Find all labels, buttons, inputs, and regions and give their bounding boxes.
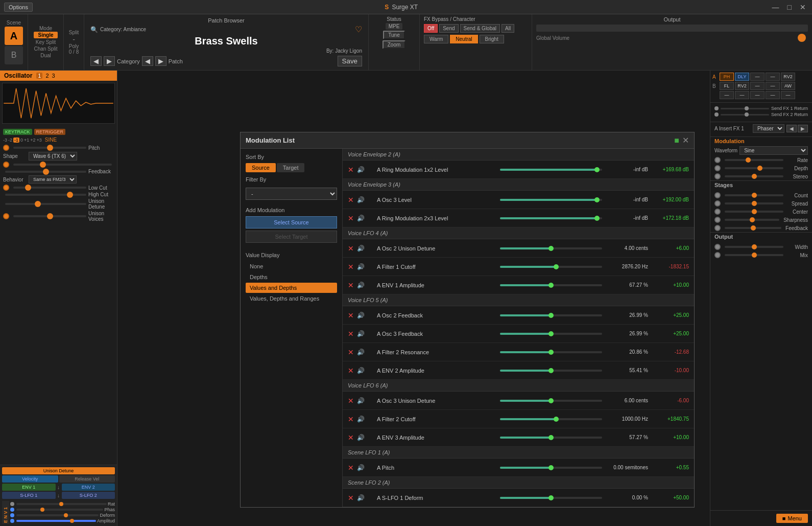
behavior-select[interactable]: Same as FM2/3: [29, 175, 77, 184]
fx-slot-dly[interactable]: DLY: [735, 73, 749, 81]
mod-remove-icon[interactable]: ✕: [348, 464, 354, 472]
mod-item-slider-knob[interactable]: [554, 417, 559, 422]
step-minus2[interactable]: -2: [8, 138, 12, 143]
rate-knob[interactable]: [714, 157, 721, 163]
mod-item-slider-track[interactable]: [500, 497, 602, 499]
mod-mute-icon[interactable]: 🔊: [357, 196, 365, 203]
mode-single[interactable]: Single: [34, 32, 57, 38]
fx-slot-a4[interactable]: —: [766, 73, 780, 81]
mod-item-slider-track[interactable]: [500, 284, 602, 286]
count-slider[interactable]: [725, 194, 783, 196]
mod-remove-icon[interactable]: ✕: [348, 281, 354, 289]
fx-slot-rv2-a[interactable]: RV2: [781, 73, 795, 81]
global-volume-knob[interactable]: [798, 34, 806, 42]
fx-send-global-button[interactable]: Send & Global: [460, 24, 500, 33]
env1-mod[interactable]: ENV 1: [2, 484, 56, 491]
mod-item-slider-knob[interactable]: [548, 368, 554, 373]
mod-mute-icon[interactable]: 🔊: [357, 263, 365, 270]
depth-slider[interactable]: [725, 167, 783, 169]
fx-send-button[interactable]: Send: [439, 24, 458, 33]
mod-remove-icon[interactable]: ✕: [348, 330, 354, 338]
mod-item-slider-knob[interactable]: [548, 283, 554, 288]
fx-slot-aw[interactable]: AW: [781, 82, 795, 90]
depth-knob[interactable]: [714, 165, 721, 171]
next-patch-button[interactable]: ▶: [155, 56, 166, 66]
mod-item-slider-knob[interactable]: [548, 331, 554, 336]
rate-knob-small[interactable]: [10, 502, 14, 506]
step-plus2[interactable]: +2: [30, 138, 35, 143]
mode-dual[interactable]: Dual: [40, 53, 51, 58]
mod-item-slider-knob[interactable]: [594, 216, 600, 221]
amplitude-knob-small[interactable]: [10, 519, 14, 523]
mod-remove-icon[interactable]: ✕: [348, 244, 354, 253]
stereo-knob[interactable]: [714, 173, 721, 179]
mod-mute-icon[interactable]: 🔊: [357, 215, 365, 222]
step-minus1[interactable]: -1: [13, 138, 19, 143]
mod-list-minimize-icon[interactable]: ■: [674, 136, 679, 145]
mod-item-slider-track[interactable]: [500, 467, 602, 469]
mod-mute-icon[interactable]: 🔊: [357, 312, 365, 319]
mod-item-slider-track[interactable]: [500, 400, 602, 402]
display-values-depths-option[interactable]: Values and Depths: [246, 283, 337, 293]
save-button[interactable]: Save: [338, 56, 362, 66]
send-fx2-knob[interactable]: [714, 112, 719, 117]
next-category-button[interactable]: ▶: [104, 56, 115, 66]
fx-slot-rv2-b[interactable]: RV2: [735, 82, 749, 90]
count-knob[interactable]: [714, 192, 721, 198]
mod-item-slider-track[interactable]: [500, 333, 602, 335]
mod-item-slider-track[interactable]: [500, 217, 602, 219]
fx-nav-prev[interactable]: ◀: [786, 125, 797, 132]
mod-item-slider-track[interactable]: [500, 199, 602, 201]
width-slider[interactable]: [725, 246, 783, 248]
fx-slot-fl[interactable]: FL: [720, 82, 734, 90]
highcut-slider[interactable]: [5, 194, 86, 196]
status-mpe[interactable]: MPE: [386, 23, 403, 30]
mod-item-slider-knob[interactable]: [554, 264, 559, 269]
sort-target-button[interactable]: Target: [277, 163, 305, 172]
mod-mute-icon[interactable]: 🔊: [357, 397, 365, 404]
send-fx1-knob[interactable]: [714, 106, 719, 110]
mod-remove-icon[interactable]: ✕: [348, 348, 354, 356]
options-button[interactable]: Options: [4, 3, 33, 12]
fx-slot-c5[interactable]: —: [781, 91, 795, 99]
mod-item-slider-knob[interactable]: [548, 398, 554, 403]
velocity-mod[interactable]: Velocity: [2, 475, 58, 483]
select-source-button[interactable]: Select Source: [246, 216, 337, 228]
mod-remove-icon[interactable]: ✕: [348, 367, 354, 375]
mod-item-slider-track[interactable]: [500, 418, 602, 420]
display-depths-option[interactable]: Depths: [246, 272, 337, 282]
osc-num-2[interactable]: 2: [45, 73, 49, 79]
mod-item-slider-knob[interactable]: [548, 246, 554, 251]
phaser-feedback-knob[interactable]: [714, 225, 721, 231]
feedback-slider[interactable]: [5, 171, 86, 173]
warm-button[interactable]: Warm: [424, 35, 448, 43]
mod-mute-icon[interactable]: 🔊: [357, 245, 365, 252]
bright-button[interactable]: Bright: [480, 35, 504, 43]
mod-item-slider-knob[interactable]: [548, 350, 554, 355]
prev-category-button[interactable]: ◀: [90, 56, 102, 66]
shape-knob[interactable]: [3, 162, 9, 168]
mod-remove-icon[interactable]: ✕: [348, 263, 354, 271]
mod-item-slider-track[interactable]: [500, 247, 602, 249]
send-fx2-slider[interactable]: [745, 112, 749, 117]
mod-item-slider-track[interactable]: [500, 370, 602, 372]
sharpness-slider[interactable]: [725, 219, 779, 221]
mod-item-slider-track[interactable]: [500, 437, 602, 439]
mod-item-slider-knob[interactable]: [548, 435, 554, 440]
sharpness-knob[interactable]: [714, 217, 721, 223]
retrigger-button[interactable]: RETRIGGER: [34, 129, 66, 135]
mod-item-slider-track[interactable]: [500, 266, 602, 268]
mod-item-slider-knob[interactable]: [548, 495, 554, 500]
fx-slot-b3[interactable]: —: [750, 82, 765, 90]
release-vel-mod[interactable]: Release Vel: [59, 475, 115, 483]
display-none-option[interactable]: None: [246, 261, 337, 271]
env2-mod[interactable]: ENV 2: [62, 484, 115, 491]
waveform-select[interactable]: Sine: [739, 146, 808, 155]
phase-knob-small[interactable]: [10, 508, 14, 512]
rate-slider[interactable]: [725, 159, 783, 161]
step-minus3[interactable]: -3: [3, 138, 7, 143]
keytrack-button[interactable]: KEYTRACK: [3, 129, 32, 135]
stereo-slider[interactable]: [725, 175, 783, 177]
osc-num-3[interactable]: 3: [52, 73, 55, 79]
unison-voices-slider[interactable]: [13, 215, 86, 217]
